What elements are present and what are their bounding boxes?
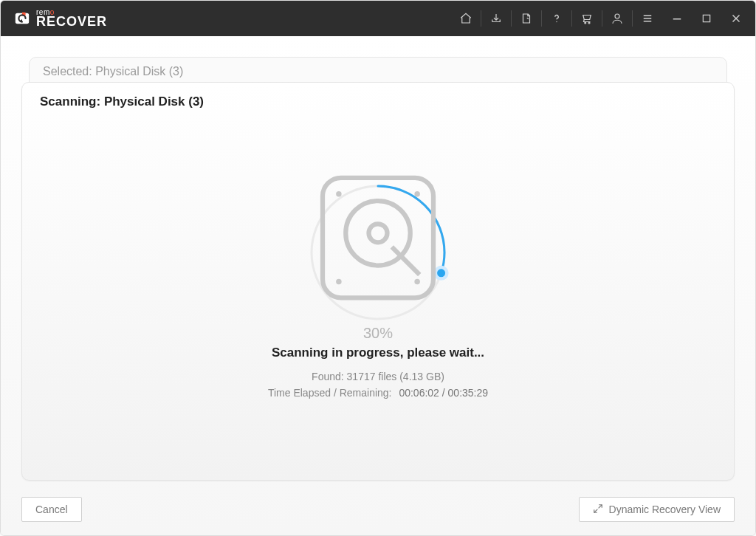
footer: Cancel Dynamic Recovery View [21,497,735,522]
upload-icon[interactable] [512,1,541,36]
svg-point-4 [585,22,586,24]
dynamic-recovery-button[interactable]: Dynamic Recovery View [579,497,735,522]
help-icon[interactable] [542,1,571,36]
svg-point-22 [336,190,342,196]
progress-percent: 30% [363,325,393,342]
app-window: remo RECOVER [0,0,756,536]
svg-point-24 [336,278,342,284]
menu-icon[interactable] [633,1,662,36]
time-line: Time Elapsed / Remaining: 00:06:02 / 00:… [268,387,488,399]
brand-icon [14,10,30,27]
disk-icon [304,164,452,315]
svg-point-23 [414,190,420,196]
svg-line-27 [594,509,597,512]
maximize-icon[interactable] [692,1,721,36]
cart-icon[interactable] [572,1,602,36]
svg-point-6 [615,14,619,18]
expand-icon [593,504,603,516]
brand-title: RECOVER [36,16,107,27]
scan-title: Scanning: Physical Disk (3) [40,95,716,109]
home-icon[interactable] [451,1,481,36]
download-icon[interactable] [481,1,511,36]
found-line: Found: 31717 files (4.13 GB) [312,371,444,382]
titlebar-actions [451,1,751,36]
close-icon[interactable] [721,1,751,36]
minimize-icon[interactable] [662,1,692,36]
titlebar: remo RECOVER [1,1,755,36]
selected-disk-label: Selected: Physical Disk (3) [43,65,183,78]
cancel-button[interactable]: Cancel [21,497,82,522]
card-stack: Selected: Physical Disk (3) Scanning: Ph… [21,57,735,481]
user-icon[interactable] [602,1,632,36]
brand: remo RECOVER [14,9,107,27]
svg-rect-11 [703,15,709,21]
svg-point-5 [588,22,590,24]
scan-card: Scanning: Physical Disk (3) [21,82,735,481]
main-area: Selected: Physical Disk (3) Scanning: Ph… [1,36,755,535]
scan-status: Scanning in progress, please wait... [272,346,484,360]
svg-point-25 [414,278,420,284]
svg-line-26 [598,504,602,508]
svg-point-20 [369,224,388,242]
progress-ring: 30% [304,179,452,326]
svg-point-3 [556,21,557,22]
